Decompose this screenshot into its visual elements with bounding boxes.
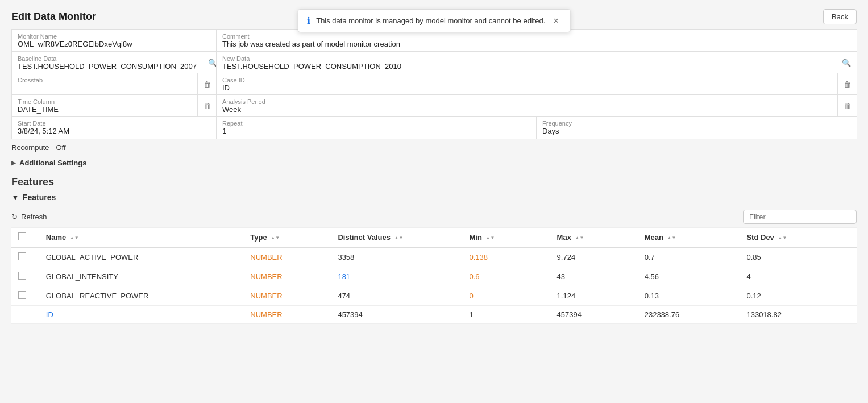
- additional-settings-toggle[interactable]: ▶ Additional Settings: [11, 159, 857, 167]
- new-data-field: New Data TEST.HOUSEHOLD_POWER_CONSUMPTIO…: [217, 52, 836, 74]
- comment-value: This job was created as part of model mo…: [222, 40, 851, 48]
- row-max: 9.724: [550, 247, 638, 267]
- column-header-max[interactable]: Max ▲▼: [550, 228, 638, 247]
- row-max: 43: [550, 267, 638, 286]
- monitor-name-label: Monitor Name: [18, 33, 211, 40]
- row-name: GLOBAL_ACTIVE_POWER: [39, 247, 244, 267]
- type-sort-icon[interactable]: ▲▼: [271, 236, 280, 240]
- row-checkbox[interactable]: [18, 291, 26, 299]
- stddev-sort-icon[interactable]: ▲▼: [778, 236, 787, 240]
- row-min: 0.138: [463, 247, 550, 267]
- baseline-data-field-wrapper: Baseline Data TEST.HOUSEHOLD_POWER_CONSU…: [11, 51, 217, 74]
- case-id-value: ID: [222, 84, 832, 92]
- row-name: GLOBAL_INTENSITY: [39, 267, 244, 286]
- case-id-label: Case ID: [222, 77, 832, 84]
- table-header-row: Name ▲▼ Type ▲▼ Distinct Values ▲▼ Min ▲…: [11, 228, 857, 247]
- time-column-delete-button[interactable]: 🗑: [197, 95, 217, 117]
- monitor-name-value: OML_wfR8VEz0REGElbDxeVqi8w__: [18, 40, 211, 48]
- row-checkbox[interactable]: [18, 252, 26, 260]
- column-header-min[interactable]: Min ▲▼: [463, 228, 550, 247]
- row-std-dev: 0.12: [740, 286, 857, 306]
- time-column-field: Time Column DATE_TIME: [12, 95, 198, 117]
- distinct-sort-icon[interactable]: ▲▼: [394, 236, 404, 240]
- crosstab-delete-button[interactable]: 🗑: [197, 73, 217, 95]
- page: Edit Data Monitor Back ℹ This data monit…: [0, 0, 868, 403]
- chevron-down-icon: ▼: [11, 193, 19, 202]
- case-id-delete-button[interactable]: 🗑: [837, 73, 857, 95]
- row-checkbox-cell[interactable]: [11, 306, 39, 324]
- back-button[interactable]: Back: [823, 9, 857, 24]
- table-row: GLOBAL_INTENSITY NUMBER 181 0.6 43 4.56 …: [11, 267, 857, 286]
- row-std-dev: 0.85: [740, 247, 857, 267]
- table-toolbar: ↻ Refresh: [11, 206, 857, 228]
- frequency-field: Frequency Days: [536, 116, 857, 139]
- row-type: NUMBER: [243, 267, 331, 286]
- column-header-name[interactable]: Name ▲▼: [39, 228, 244, 247]
- row-type: NUMBER: [243, 247, 331, 267]
- column-header-mean[interactable]: Mean ▲▼: [638, 228, 740, 247]
- select-all-checkbox[interactable]: [18, 232, 26, 240]
- form-row-5: Start Date 3/8/24, 5:12 AM Repeat 1 Freq…: [11, 116, 857, 139]
- analysis-period-delete-button[interactable]: 🗑: [837, 95, 857, 117]
- form-row-1: Monitor Name OML_wfR8VEz0REGElbDxeVqi8w_…: [11, 29, 857, 52]
- row-checkbox-cell[interactable]: [11, 247, 39, 267]
- row-max: 1.124: [550, 286, 638, 306]
- max-sort-icon[interactable]: ▲▼: [575, 236, 584, 240]
- name-sort-icon[interactable]: ▲▼: [70, 236, 79, 240]
- refresh-label: Refresh: [21, 213, 47, 221]
- form-row-4: Time Column DATE_TIME 🗑 Analysis Period …: [11, 94, 857, 117]
- repeat-label: Repeat: [222, 120, 531, 127]
- repeat-field: Repeat 1: [216, 116, 537, 139]
- crosstab-label: Crosstab: [18, 77, 192, 84]
- analysis-period-value: Week: [222, 105, 832, 114]
- toast-close-button[interactable]: ×: [551, 16, 560, 26]
- row-type: NUMBER: [243, 286, 331, 306]
- baseline-data-value: TEST.HOUSEHOLD_POWER_CONSUMPTION_2007: [18, 62, 197, 70]
- baseline-data-label: Baseline Data: [18, 55, 197, 62]
- recompute-label: Recompute: [11, 143, 49, 152]
- row-min: 0: [463, 286, 550, 306]
- start-date-label: Start Date: [18, 120, 211, 127]
- refresh-button[interactable]: ↻ Refresh: [11, 213, 47, 221]
- row-mean: 232338.76: [638, 306, 740, 324]
- table-row: GLOBAL_REACTIVE_POWER NUMBER 474 0 1.124…: [11, 286, 857, 306]
- analysis-period-field-wrapper: Analysis Period Week 🗑: [216, 94, 857, 117]
- analysis-period-label: Analysis Period: [222, 98, 832, 105]
- column-header-distinct-values[interactable]: Distinct Values ▲▼: [331, 228, 462, 247]
- case-id-field-wrapper: Case ID ID 🗑: [216, 73, 857, 95]
- mean-sort-icon[interactable]: ▲▼: [667, 236, 676, 240]
- time-column-value: DATE_TIME: [18, 105, 192, 114]
- row-std-dev: 4: [740, 267, 857, 286]
- row-name: ID: [39, 306, 244, 324]
- row-distinct-values: 474: [331, 286, 462, 306]
- monitor-name-field: Monitor Name OML_wfR8VEz0REGElbDxeVqi8w_…: [11, 29, 217, 52]
- column-header-std-dev[interactable]: Std Dev ▲▼: [740, 228, 857, 247]
- select-all-header[interactable]: [11, 228, 39, 247]
- min-sort-icon[interactable]: ▲▼: [486, 236, 495, 240]
- row-distinct-values: 3358: [331, 247, 462, 267]
- chevron-right-icon: ▶: [11, 160, 16, 166]
- crosstab-field: Crosstab: [12, 73, 198, 95]
- row-type: NUMBER: [243, 306, 331, 324]
- row-checkbox-cell[interactable]: [11, 267, 39, 286]
- recompute-row: Recompute Off: [0, 139, 868, 156]
- row-distinct-values: 457394: [331, 306, 462, 324]
- case-id-field: Case ID ID: [217, 73, 838, 95]
- row-checkbox-cell[interactable]: [11, 286, 39, 306]
- filter-input[interactable]: [743, 210, 857, 224]
- toast-text: This data monitor is managed by model mo…: [316, 16, 545, 25]
- time-column-label: Time Column: [18, 98, 192, 105]
- features-expand-toggle[interactable]: ▼ Features: [11, 193, 857, 202]
- row-max: 457394: [550, 306, 638, 324]
- page-title: Edit Data Monitor: [11, 11, 96, 23]
- recompute-value: Off: [56, 143, 65, 152]
- row-checkbox[interactable]: [18, 272, 26, 280]
- row-mean: 4.56: [638, 267, 740, 286]
- refresh-icon: ↻: [11, 213, 18, 221]
- frequency-label: Frequency: [542, 120, 851, 127]
- column-header-type[interactable]: Type ▲▼: [243, 228, 331, 247]
- repeat-value: 1: [222, 127, 531, 135]
- time-column-field-wrapper: Time Column DATE_TIME 🗑: [11, 94, 217, 117]
- repeat-frequency-row: Repeat 1 Frequency Days: [216, 116, 857, 139]
- new-data-search-button[interactable]: 🔍: [836, 52, 857, 73]
